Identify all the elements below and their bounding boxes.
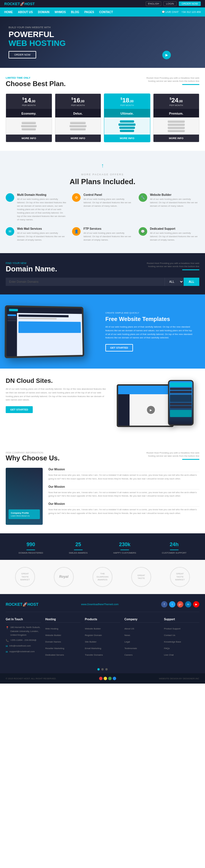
footer-products-item-2: Site Builder	[85, 639, 120, 644]
why-header: FEW COMPANY INFORMATION Why Choose Us. R…	[6, 451, 199, 462]
templates-mockup	[0, 303, 100, 360]
hero-circle-icon[interactable]: ▶	[162, 51, 171, 59]
plan-name-bar-economy: Economy.	[6, 109, 52, 118]
hero-order-button[interactable]: ORDER NOW	[8, 51, 36, 58]
footer-columns: Get In Touch 📍 180 Hornell Dr, North Sub…	[6, 618, 199, 658]
plan-info-button-ultimate[interactable]: MORE INFO	[104, 134, 150, 142]
footer-col-company-title: Company	[125, 618, 160, 623]
footer-support-item-1: Contact Us	[164, 632, 199, 637]
feature-control-panel: ⚙ Control Panel All of our web hosting p…	[72, 193, 133, 221]
templates-content: CREATE SIMPLE AND QUICKLY Free Website T…	[100, 312, 199, 351]
server-stack-delux	[69, 122, 87, 130]
mission-title-0: Our Mission	[48, 468, 199, 472]
page-dot-0[interactable]	[97, 668, 100, 671]
tablet-cloud-sidebar	[118, 394, 130, 426]
phone-number: +34 312 123 459	[181, 10, 201, 13]
mission-item-1: Our Mission Now that we know who you are…	[48, 485, 199, 498]
partner-circle-3: GREAT TASTE	[131, 567, 151, 587]
nav-home[interactable]: HOME	[4, 10, 13, 14]
footer-color-dots	[99, 677, 116, 680]
hero-small-text: BUILD YOUR OWN WEBSITE WITH	[8, 26, 66, 29]
footer-col-company: Company About US News Legal Testimonials…	[125, 618, 160, 658]
ftp-icon: 👤	[72, 227, 80, 236]
nav-whmos[interactable]: WHMOS	[55, 10, 66, 14]
server-disk	[120, 120, 134, 123]
page-dot-1[interactable]	[101, 668, 104, 671]
footer-col-hosting: Hosting Web Hosting Website Builder Doma…	[45, 618, 80, 658]
plan-img-economy	[6, 118, 52, 134]
mission-text-1: Now that we know who you are, I know who…	[48, 491, 199, 498]
domain-search-input[interactable]	[6, 278, 165, 286]
plan-info-button-premium[interactable]: MORE INFO	[153, 134, 199, 142]
footer-col-hosting-title: Hosting	[45, 618, 80, 623]
twitter-icon[interactable]: t	[169, 601, 175, 608]
domain-title: Domain Name.	[6, 265, 57, 273]
footer-col-products-title: Products	[85, 618, 120, 623]
color-dot-red	[99, 677, 102, 680]
nav-blog[interactable]: BLOG	[71, 10, 79, 14]
partner-logo-2: THE GUARDIAN AWARDS	[93, 567, 112, 587]
location-icon: 📍	[6, 626, 9, 630]
server-stack-economy	[21, 122, 37, 130]
footer-contact-info: 📍 180 Hornell Dr, North Suburb, Oakside …	[6, 625, 41, 654]
phone-icon: 📞	[6, 639, 9, 643]
footer-hosting-list: Web Hosting Website Builder Domain Names…	[45, 625, 80, 657]
website-builder-icon: 🔧	[139, 193, 147, 202]
partner-circle-0: GREAT TASTE MARKET	[15, 567, 35, 587]
youtube-icon[interactable]: ▶	[193, 601, 199, 608]
tablet-mockup	[5, 305, 84, 358]
stat-awards: 25 Smiled Awards	[69, 539, 88, 554]
tablet-cloud-header	[118, 386, 172, 394]
nav-domain[interactable]: DOMAIN	[38, 10, 49, 14]
control-panel-icon: ⚙	[72, 193, 80, 202]
partner-logo-0: GREAT TASTE MARKET	[15, 567, 35, 587]
tablet-screen	[6, 307, 83, 356]
nav-about[interactable]: ABOUT US	[18, 10, 33, 14]
server-stack-ultimate	[118, 120, 136, 132]
why-title: Why Choose Us.	[6, 454, 60, 462]
plan-name-bar-premium: Premium.	[153, 109, 199, 118]
live-chat-label: 💬 LIVE CHAT	[162, 10, 178, 13]
stat-customers: 230k Happy Customers	[113, 539, 136, 554]
language-button[interactable]: ENGLISH	[146, 1, 161, 6]
templates-get-started-button[interactable]: GET STARTED	[105, 344, 133, 351]
feature-text-wb: Website Builder All of our web hosting p…	[150, 193, 199, 221]
email-icon-2: ✉	[6, 650, 8, 654]
plans-desc: Rocket Host Providing you with a Headles…	[142, 76, 199, 83]
login-button[interactable]: LOGIN	[164, 1, 176, 6]
mission-item-2: Our Mission Now that we know who you are…	[48, 502, 199, 516]
logo: ROCKET🚀HOST	[4, 2, 35, 6]
facebook-icon[interactable]: f	[161, 601, 167, 608]
domain-search-button[interactable]: ALL	[184, 278, 199, 286]
stat-divider	[170, 550, 178, 550]
partner-logo-1: Royal	[54, 567, 74, 587]
plan-info-button-economy[interactable]: MORE INFO	[6, 134, 52, 142]
contact-email1: ✉ info@rockethost.com	[6, 644, 41, 649]
why-image-placeholder: Company Profile Learn More About Us	[6, 468, 43, 525]
linkedin-icon[interactable]: in	[185, 601, 191, 608]
cloud-get-started-button[interactable]: GET STARTED	[6, 406, 33, 413]
why-choose-section: FEW COMPANY INFORMATION Why Choose Us. R…	[0, 443, 205, 533]
feature-text-cp: Control Panel All of our web hosting pla…	[83, 193, 133, 221]
domain-extension-select[interactable]: ALL .com .net .org	[165, 278, 184, 286]
server-disk	[70, 122, 86, 124]
why-header-right: Rocket Host Providing you with a Headles…	[142, 451, 199, 462]
order-now-button-top[interactable]: ORDER NOW	[179, 1, 201, 6]
plan-info-button-delux[interactable]: MORE INFO	[55, 134, 101, 142]
nav-pages[interactable]: PAGES	[84, 10, 94, 14]
mission-title-1: Our Mission	[48, 485, 199, 490]
googleplus-icon[interactable]: g+	[177, 601, 183, 608]
why-small-label: FEW COMPANY INFORMATION	[6, 451, 60, 454]
domain-search-bar: ALL .com .net .org ALL	[6, 278, 199, 286]
why-image: Company Profile Learn More About Us	[6, 468, 43, 525]
footer-products-list: Website Builder Register Domain Site Bui…	[85, 625, 120, 657]
play-button-icon[interactable]: ▶	[147, 406, 155, 414]
footer-company-item-3: Testimonials	[125, 645, 160, 650]
feature-text-ftp: FTP Services All of our web hosting plan…	[83, 227, 133, 242]
plan-price-economy: $14,00	[9, 97, 49, 103]
footer-support-item-2: Knowledge Base	[164, 639, 199, 644]
nav-contact[interactable]: CONTACT	[99, 10, 113, 14]
cloud-section: DN Cloud Sites. All of our web hosting p…	[0, 369, 205, 443]
page-dot-2[interactable]	[105, 668, 108, 671]
footer-hosting-item-2: Domain Names	[45, 639, 80, 644]
